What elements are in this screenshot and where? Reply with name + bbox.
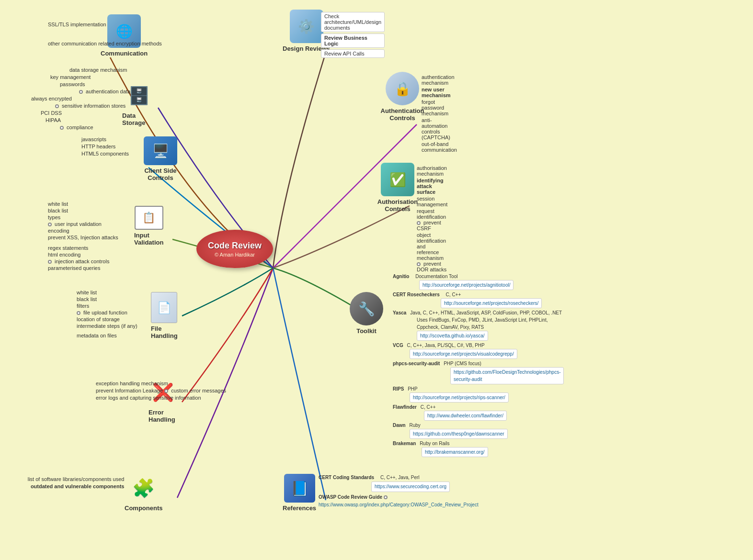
tk-flawfinder: Flawfinder C, C++	[393, 403, 564, 411]
components-icon: 🧩	[128, 474, 159, 503]
auth-controls-icon: 🔒	[386, 72, 419, 105]
iv-item-5: encoding	[48, 228, 118, 234]
cs-item-2: HTTP headers	[81, 144, 129, 149]
mindmap-container: Code Review © Aman Hardikar 🌐 Communicat…	[0, 0, 753, 560]
error-handling-label: Error Handling	[148, 409, 177, 423]
fh-item-5: location of storage	[77, 316, 137, 322]
client-side-icon: 🖥️	[144, 136, 177, 165]
fh-item-6: intermediate steps (if any)	[77, 323, 137, 329]
ds-item-3: passwords	[60, 81, 130, 87]
references-label: References	[283, 504, 316, 512]
fh-item-7: metadata on files	[77, 333, 137, 338]
auz-item-4: request identification prevent CSRF	[417, 208, 447, 231]
ac-item-1: authentication mechanism	[422, 74, 457, 86]
dr-item-3: Review API Calls	[321, 49, 385, 58]
input-validation-label: Input Validation	[134, 232, 163, 246]
toolkit-label: Toolkit	[356, 327, 376, 335]
iv-item-7: regex statements	[48, 245, 118, 251]
tk-yasca: Yasca Java, C, C++, HTML, JavaScript, AS…	[393, 309, 564, 316]
comp-item-1: list of software libraries/components us…	[28, 476, 125, 482]
ref-cert-url: https://www.securecoding.cert.org	[371, 482, 450, 492]
fh-item-3: filters	[77, 303, 137, 309]
ac-item-4: anti-automation controls (CAPTCHA)	[422, 117, 457, 140]
communication-branch: 🌐 Communication SSL/TLS implementation o…	[48, 14, 95, 57]
communication-label: Communication	[101, 50, 148, 57]
cs-item-3: HTML5 components	[81, 151, 129, 157]
auz-item-5: object identification and reference mech…	[417, 232, 447, 272]
ds-item-6: sensitive information stores	[55, 103, 130, 109]
center-title: Code Review	[208, 241, 262, 251]
file-handling-icon: 📄	[151, 292, 177, 323]
iv-item-6: prevent XSS, Injection attacks	[48, 235, 118, 240]
iv-item-8: html encoding	[48, 252, 118, 258]
ds-item-7: PCI DSS	[41, 110, 130, 116]
ac-item-5: out-of-band communication	[422, 141, 457, 153]
eh-item-1: exception handling mechanism	[96, 381, 226, 386]
ds-item-9: compliance	[60, 124, 130, 130]
center-subtitle: © Aman Hardikar	[215, 252, 255, 258]
iv-item-1: white list	[48, 201, 118, 207]
tk-yasca-url: http://scovetta.github.io/yasca/	[417, 331, 488, 341]
tk-phpcs: phpcs-security-audit PHP (CMS focus)	[393, 360, 564, 367]
tk-brakeman-url: http://brakemanscanner.org/	[422, 447, 488, 457]
references-branch: 📘 References CERT Coding Standards C, C+…	[283, 474, 316, 512]
tk-rips: RIPS PHP	[393, 385, 564, 392]
center-node: Code Review © Aman Hardikar	[196, 230, 273, 268]
tk-vcg: VCG C, C++, Java, PL/SQL, C#, VB, PHP	[393, 342, 564, 349]
tk-cert-url: http://sourceforge.net/projects/rosechec…	[441, 298, 542, 308]
fh-item-1: white list	[77, 290, 137, 295]
ac-item-3: forgot password mechanism	[422, 99, 457, 116]
cs-item-1: javascripts	[81, 136, 129, 142]
client-side-label: Client Side Controls	[144, 167, 177, 181]
ref-cert: CERT Coding Standards C, C++, Java, Perl	[319, 474, 479, 482]
ds-item-1: data storage mechanism	[69, 67, 130, 73]
tk-brakeman: Brakeman Ruby on Rails	[393, 440, 564, 447]
iv-item-3: types	[48, 214, 118, 220]
tk-agnitio-url: http://sourceforge.net/projects/agnitiot…	[419, 280, 513, 290]
tk-cert: CERT Rosecheckers C, C++	[393, 291, 564, 298]
auz-item-1: authorisation mechanism	[417, 165, 447, 177]
ds-item-4: authentication data	[79, 89, 130, 94]
tk-dawn: Dawn Ruby	[393, 422, 564, 429]
fh-item-2: black list	[77, 296, 137, 302]
design-reviews-branch: ⚙️ Design Reviews Check architecture/UML…	[283, 10, 330, 52]
input-validation-icon: 📋	[135, 206, 163, 230]
iv-item-9: injection attack controls	[48, 258, 118, 264]
tk-rips-url: http://sourceforge.net/projects/rips-sca…	[410, 392, 509, 403]
tk-vcg-url: http://sourceforge.net/projects/visualco…	[410, 349, 517, 359]
tk-dawn-url: https://github.com/thesp0nge/dawnscanner	[410, 429, 508, 439]
eh-item-3: error logs and capturing sensitive infor…	[96, 395, 226, 401]
tk-agnitio: Agnitio Documentation Tool	[393, 273, 564, 280]
ds-item-5: always encrypted	[31, 96, 130, 101]
iv-item-10: parameterised queries	[48, 265, 118, 271]
fh-item-4: file upload function	[77, 310, 137, 315]
communication-item-1: SSL/TLS implementation	[48, 22, 106, 27]
auz-item-2: identifying attack surface	[417, 178, 447, 195]
dr-item-1: Check architecture/UML/design documents	[321, 12, 385, 32]
design-reviews-icon: ⚙️	[290, 10, 323, 43]
tk-yasca-desc: Uses FindBugs, FxCop, PMD, JLint, JavaSc…	[417, 316, 564, 331]
ds-item-2: key management	[50, 74, 130, 80]
auz-item-3: session management	[417, 196, 447, 207]
comp-item-2: outdated and vulnerable components	[28, 483, 125, 489]
communication-item-2: other communication related encryption m…	[48, 41, 162, 46]
eh-item-2: prevent Information Leakage custom error…	[96, 388, 226, 393]
tk-phpcs-url: https://github.com/FloeDesignTechnologie…	[450, 367, 564, 384]
ref-owasp: OWASP Code Review Guide https://www.owas…	[319, 493, 479, 509]
file-handling-label: File Handling	[151, 325, 178, 339]
dr-item-2: Review Business Logic	[321, 34, 385, 48]
references-icon: 📘	[284, 474, 315, 503]
iv-item-2: black list	[48, 208, 118, 213]
authorisation-controls-icon: ✅	[381, 163, 414, 196]
ac-item-2: new user mechanism	[422, 87, 457, 98]
iv-item-4: user input validation	[48, 221, 118, 227]
components-label: Components	[125, 504, 162, 512]
components-branch: 🧩 Components list of software libraries/…	[125, 474, 162, 512]
tk-flawfinder-url: http://www.dwheeler.com/flawfinder/	[424, 411, 507, 421]
toolkit-icon: 🔧	[350, 292, 383, 325]
ds-item-8: HIPAA	[46, 117, 130, 123]
